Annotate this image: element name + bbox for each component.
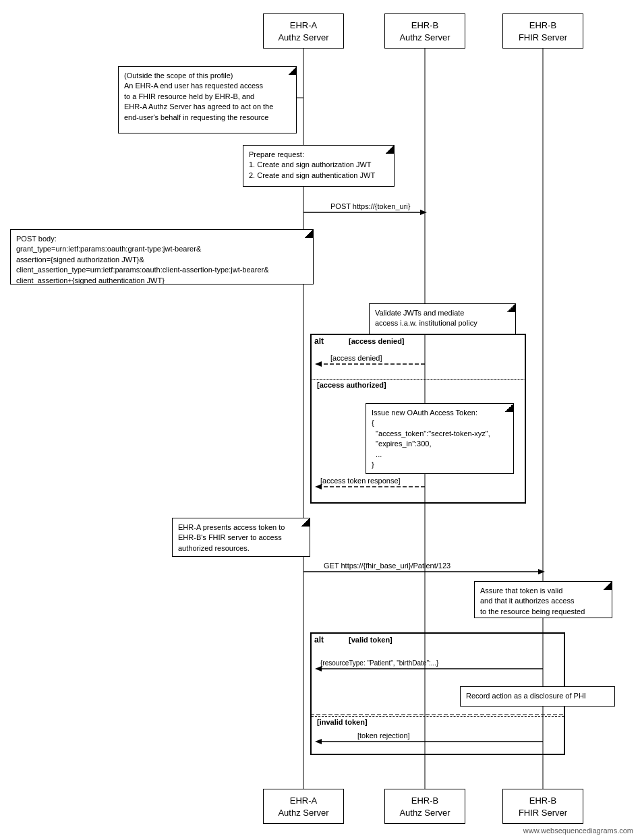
participant-ehr-a-authz-top-label1: EHR-A — [290, 20, 317, 30]
assure-token-note: Assure that token is validand that it au… — [474, 581, 612, 618]
participant-ehr-b-authz-top-label2: Authz Server — [399, 32, 450, 42]
diagram-container: POST https://{token_uri} [access denied]… — [0, 0, 640, 840]
record-note-text: Record action as a disclosure of PHI — [466, 692, 586, 700]
svg-marker-13 — [538, 569, 545, 574]
participant-ehr-a-authz-bottom-label2: Authz Server — [278, 808, 328, 818]
record-note: Record action as a disclosure of PHI — [460, 686, 615, 707]
participant-ehr-b-fhir-top: EHR-B FHIR Server — [502, 13, 583, 49]
alt-label-1: alt — [314, 336, 324, 346]
post-body-note-text: POST body: grant_type=urn:ietf:params:oa… — [16, 235, 269, 284]
present-token-note: EHR-A presents access token toEHR-B's FH… — [172, 518, 310, 557]
participant-ehr-b-fhir-bottom-label1: EHR-B — [529, 796, 556, 806]
participant-ehr-b-authz-top-label1: EHR-B — [411, 20, 438, 30]
participant-ehr-b-fhir-bottom: EHR-B FHIR Server — [502, 789, 583, 824]
validate-note: Validate JWTs and mediateaccess i.a.w. i… — [369, 303, 516, 334]
post-body-note: POST body: grant_type=urn:ietf:params:oa… — [10, 229, 314, 284]
participant-ehr-b-fhir-top-label1: EHR-B — [529, 20, 556, 30]
participant-ehr-b-authz-bottom-label1: EHR-B — [411, 796, 438, 806]
assure-token-note-text: Assure that token is validand that it au… — [480, 587, 585, 616]
svg-text:GET https://{fhir_base_uri}/Pa: GET https://{fhir_base_uri}/Patient/123 — [324, 562, 450, 570]
participant-ehr-b-authz-top: EHR-B Authz Server — [384, 13, 465, 49]
participant-ehr-a-authz-top-label2: Authz Server — [278, 32, 328, 42]
participant-ehr-a-authz-bottom: EHR-A Authz Server — [263, 789, 344, 824]
present-token-note-text: EHR-A presents access token toEHR-B's FH… — [178, 523, 285, 552]
participant-ehr-a-authz-bottom-label1: EHR-A — [290, 796, 317, 806]
svg-text:POST https://{token_uri}: POST https://{token_uri} — [330, 202, 411, 210]
participant-ehr-b-authz-bottom: EHR-B Authz Server — [384, 789, 465, 824]
prepare-note-text: Prepare request:1. Create and sign autho… — [249, 150, 375, 179]
participant-ehr-b-fhir-top-label2: FHIR Server — [519, 32, 567, 42]
prepare-note: Prepare request:1. Create and sign autho… — [243, 145, 395, 187]
svg-marker-4 — [420, 210, 427, 215]
alt-guard-1-authorized: [access authorized] — [317, 381, 386, 389]
participant-ehr-b-authz-bottom-label2: Authz Server — [399, 808, 450, 818]
scope-note-text: (Outside the scope of this profile)An EH… — [124, 71, 273, 121]
participant-ehr-a-authz-top: EHR-A Authz Server — [263, 13, 344, 49]
validate-note-text: Validate JWTs and mediateaccess i.a.w. i… — [375, 309, 477, 327]
alt-guard-1-denied: [access denied] — [349, 337, 405, 345]
issue-token-note: Issue new OAuth Access Token:{ "access_t… — [366, 403, 514, 474]
issue-token-note-text: Issue new OAuth Access Token:{ "access_t… — [372, 409, 490, 469]
alt-label-2: alt — [314, 635, 324, 644]
alt-guard-2-invalid: [invalid token] — [317, 718, 368, 726]
participant-ehr-b-fhir-bottom-label2: FHIR Server — [519, 808, 567, 818]
alt-guard-2-valid: [valid token] — [349, 636, 392, 644]
scope-note: (Outside the scope of this profile)An EH… — [118, 66, 297, 133]
footer-text: www.websequencediagrams.com — [523, 827, 633, 835]
